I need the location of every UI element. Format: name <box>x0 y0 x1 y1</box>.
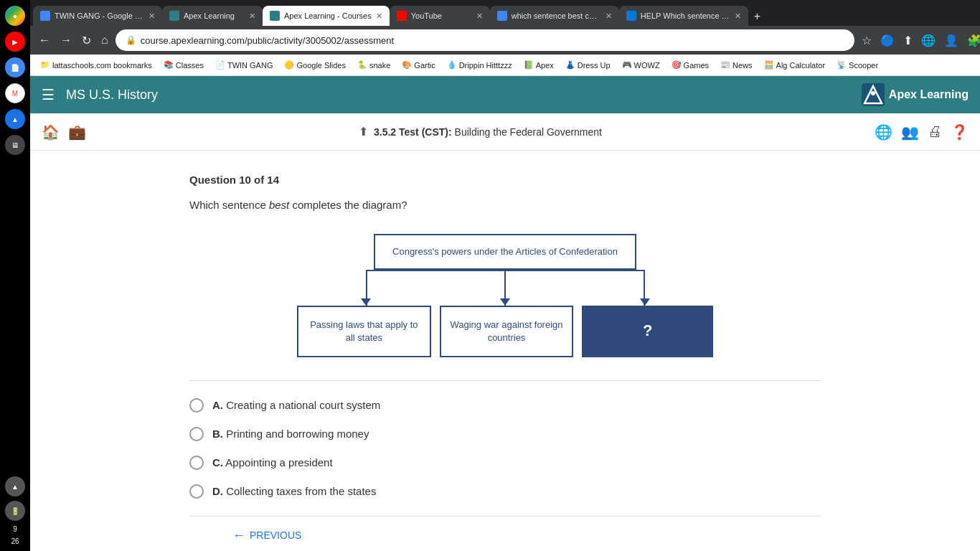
tab-twin-gang[interactable]: TWIN GANG - Google Slid... ✕ <box>33 6 162 26</box>
diagram-container: Congress's powers under the Articles of … <box>189 234 821 357</box>
youtube-tray-icon[interactable]: ▶ <box>5 32 25 52</box>
apex-logo: Apex Learning <box>862 83 969 106</box>
radio-d[interactable] <box>189 484 204 499</box>
diagram-boxes-row: Passing laws that apply to all states Wa… <box>297 306 713 357</box>
profile-sub-icon[interactable]: 👥 <box>901 123 919 141</box>
tab-help[interactable]: HELP Which sentence bes... ✕ <box>619 6 748 26</box>
gmail-tray-icon[interactable]: M <box>5 83 25 103</box>
tab-youtube[interactable]: YouTube ✕ <box>390 6 490 26</box>
question-text: Which sentence best completes the diagra… <box>189 197 821 214</box>
apex-logo-icon <box>862 83 885 106</box>
arrow-left <box>361 298 371 306</box>
bookmark-twin-gang[interactable]: 📄 TWIN GANG <box>211 59 278 71</box>
answer-label-c: C. Appointing a president <box>212 456 333 468</box>
extension4-icon[interactable]: 🧩 <box>964 31 980 50</box>
screen-tray-icon[interactable]: 🖥 <box>5 135 25 155</box>
forward-button[interactable]: → <box>57 31 75 50</box>
answer-label-a: A. Creating a national court system <box>212 399 380 411</box>
tray-time: 9 <box>13 525 17 533</box>
reload-button[interactable]: ↻ <box>79 31 94 50</box>
radio-b[interactable] <box>189 427 204 441</box>
tab-close-courses[interactable]: ✕ <box>376 11 382 21</box>
app-header: ☰ MS U.S. History Apex Learning <box>30 76 980 113</box>
bookmark-snake[interactable]: 🐍 snake <box>353 59 395 71</box>
question-number: Question 10 of 14 <box>189 174 821 186</box>
home-icon[interactable]: 🏠 <box>42 123 60 141</box>
new-tab-button[interactable]: + <box>748 7 766 26</box>
bookmark-gartic[interactable]: 🎨 Gartic <box>397 59 439 71</box>
tab-close-help[interactable]: ✕ <box>735 11 741 21</box>
tab-close-apex[interactable]: ✕ <box>249 11 255 21</box>
bottom-nav: ← PREVIOUS <box>189 516 821 551</box>
extension3-icon[interactable]: 🌐 <box>918 31 938 50</box>
system-tray: ● ▶ 📄 M ▲ 🖥 ▲ 🔋 9 26 <box>0 0 30 551</box>
bookmark-drippin[interactable]: 💧 Drippin Hitttzzz <box>443 59 517 71</box>
app-title: MS U.S. History <box>66 88 862 103</box>
lock-icon: 🔒 <box>126 35 136 45</box>
extension1-icon[interactable]: 🔵 <box>877 31 897 50</box>
sub-header-center: ⬆ 3.5.2 Test (CST): Building the Federal… <box>86 125 875 138</box>
wifi-tray-icon[interactable]: ▲ <box>5 476 25 496</box>
home-button[interactable]: ⌂ <box>98 31 111 50</box>
address-bar-row: ← → ↻ ⌂ 🔒 course.apexlearning.com/public… <box>30 26 980 55</box>
bookmark-news[interactable]: 📰 News <box>716 59 757 71</box>
separator <box>189 380 821 381</box>
bookmark-google-slides[interactable]: 🟡 Google Slides <box>280 59 350 71</box>
arrow-center <box>500 298 510 306</box>
tab-bar: TWIN GANG - Google Slid... ✕ Apex Learni… <box>30 0 980 26</box>
tab-apex-learning[interactable]: Apex Learning ✕ <box>162 6 263 26</box>
bookmark-classes[interactable]: 📚 Classes <box>159 59 208 71</box>
prev-button[interactable]: ← PREVIOUS <box>232 528 301 543</box>
svg-point-2 <box>871 91 875 95</box>
address-bar[interactable]: 🔒 course.apexlearning.com/public/activit… <box>116 29 854 51</box>
docs-tray-icon[interactable]: 📄 <box>5 57 25 77</box>
bookmark-alg-calc[interactable]: 🧮 Alg Calculator <box>760 59 829 71</box>
answer-choice-d[interactable]: D. Collecting taxes from the states <box>189 484 821 499</box>
bookmark-dress-up[interactable]: 👗 Dress Up <box>561 59 615 71</box>
extension2-icon[interactable]: ⬆ <box>900 31 915 50</box>
hamburger-menu[interactable]: ☰ <box>42 86 55 103</box>
tab-which-sentence[interactable]: which sentence best comp... ✕ <box>490 6 619 26</box>
upload-icon: ⬆ <box>359 125 368 138</box>
test-info: 3.5.2 Test (CST): Building the Federal G… <box>374 126 602 138</box>
browser-chrome: TWIN GANG - Google Slid... ✕ Apex Learni… <box>30 0 980 76</box>
bookmark-scooper[interactable]: 📡 Scooper <box>832 59 882 71</box>
answer-choice-b[interactable]: B. Printing and borrowing money <box>189 427 821 441</box>
bookmarks-bar: 📁 lattaschools.com bookmarks 📚 Classes 📄… <box>30 55 980 76</box>
answer-choices: A. Creating a national court system B. P… <box>189 398 821 499</box>
bookmark-apex[interactable]: 📗 Apex <box>519 59 558 71</box>
bookmark-lattaschools[interactable]: 📁 lattaschools.com bookmarks <box>36 59 156 71</box>
answer-label-b: B. Printing and borrowing money <box>212 428 369 440</box>
tab-apex-courses[interactable]: Apex Learning - Courses ✕ <box>263 6 390 26</box>
bookmark-wowz[interactable]: 🎮 WOWZ <box>618 59 664 71</box>
sub-header-left: 🏠 💼 <box>42 123 86 141</box>
answer-choice-c[interactable]: C. Appointing a president <box>189 456 821 470</box>
tab-close-youtube[interactable]: ✕ <box>476 11 483 21</box>
bookmark-games[interactable]: 🎯 Games <box>667 59 713 71</box>
diagram-box-left: Passing laws that apply to all states <box>297 306 431 357</box>
drive-tray-icon[interactable]: ▲ <box>5 109 25 129</box>
battery-tray-icon[interactable]: 🔋 <box>5 501 25 521</box>
sub-header-right: 🌐 👥 🖨 ❓ <box>875 123 969 141</box>
answer-label-d: D. Collecting taxes from the states <box>212 485 376 497</box>
tab-close-twin[interactable]: ✕ <box>149 11 155 21</box>
back-button[interactable]: ← <box>36 31 53 50</box>
help-icon[interactable]: ❓ <box>951 123 969 141</box>
apex-logo-text: Apex Learning <box>889 88 969 101</box>
prev-arrow-icon: ← <box>232 528 245 543</box>
bookmark-star-icon[interactable]: ☆ <box>859 31 875 50</box>
toolbar-icons: ☆ 🔵 ⬆ 🌐 👤 🧩 ⋮ <box>859 31 980 50</box>
briefcase-icon[interactable]: 💼 <box>68 123 86 141</box>
main-content: Question 10 of 14 Which sentence best co… <box>146 151 864 551</box>
url-text: course.apexlearning.com/public/activity/… <box>141 35 844 46</box>
radio-c[interactable] <box>189 456 204 470</box>
chrome-tray-icon[interactable]: ● <box>5 6 25 26</box>
arrow-right <box>640 298 650 306</box>
radio-a[interactable] <box>189 398 204 413</box>
answer-choice-a[interactable]: A. Creating a national court system <box>189 398 821 413</box>
profile-icon[interactable]: 👤 <box>941 31 961 50</box>
print-icon[interactable]: 🖨 <box>928 123 942 140</box>
tab-close-which[interactable]: ✕ <box>606 11 612 21</box>
translate-icon[interactable]: 🌐 <box>875 123 892 141</box>
diagram-top-box: Congress's powers under the Articles of … <box>374 234 636 270</box>
